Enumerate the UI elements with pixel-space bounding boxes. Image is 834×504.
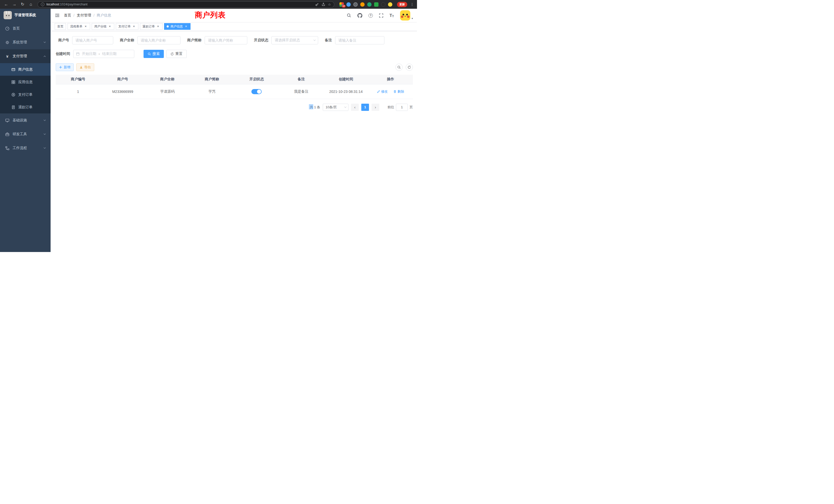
next-page-button[interactable]: › [372,104,379,111]
sidebar-item-merchant-info[interactable]: 商户信息 [0,63,50,76]
browser-extensions: 10 [339,2,392,7]
tab-merchant-info[interactable]: 商户信息× [164,23,191,30]
github-icon[interactable] [357,13,362,18]
search-button[interactable]: 搜索 [144,50,164,58]
refresh-table-button[interactable] [406,64,413,71]
app-logo[interactable]: 芋道管理系统 [0,9,50,22]
extension-face-icon[interactable] [388,2,392,7]
bookmark-star-icon[interactable]: ☆ [328,3,331,6]
close-icon[interactable]: × [108,25,112,28]
extension-monkey-icon[interactable] [381,2,386,7]
breadcrumb-separator: / [73,13,74,18]
user-menu[interactable]: ▾ [400,10,413,21]
sidebar-item-system[interactable]: 系统管理 [0,36,50,49]
flow-icon [5,146,9,151]
filter-label: 商户全称 [120,38,137,43]
tab-refund-order[interactable]: 退款订单× [140,23,162,30]
search-form-row-1: 商户号 商户全称 商户简称 开启状态 请选择开启状态 [56,36,413,44]
extension-check-icon[interactable] [367,2,372,7]
page-button-1[interactable]: 1 [361,104,369,111]
extension-avatar-icon[interactable] [360,2,365,7]
status-toggle[interactable] [251,89,262,94]
grid-icon [11,80,16,84]
avatar[interactable] [400,10,410,21]
filter-full-name: 商户全称 [120,36,180,44]
prev-page-button[interactable]: ‹ [351,104,359,111]
help-icon[interactable]: ? [369,13,373,18]
status-select[interactable]: 请选择开启状态 [271,36,318,44]
toggle-search-button[interactable] [395,64,403,71]
extension-grid-icon[interactable]: 10 [339,2,344,7]
fullscreen-icon[interactable] [379,13,383,18]
menu-label: 研发工具 [13,132,27,137]
key-icon[interactable] [315,3,319,6]
cell-actions: 修改 删除 [368,84,413,99]
breadcrumb: 首页 / 支付管理 / 商户信息 [64,13,111,18]
sidebar-item-devtools[interactable]: 研发工具 [0,127,50,141]
browser-back-icon[interactable]: ← [3,0,10,9]
merchant-no-input[interactable] [72,36,113,44]
close-icon[interactable]: × [184,25,188,28]
start-date-placeholder: 开始日期 [82,51,96,56]
page-size-select[interactable]: 10条/页 [323,104,348,111]
chevron-down-icon [344,106,347,108]
extension-sphere-icon[interactable] [353,2,358,7]
filter-remark: 备注 [325,36,385,44]
sidebar-item-workflow[interactable]: 工作流程 [0,141,50,155]
col-actions: 操作 [368,75,413,84]
sidebar-item-payment[interactable]: ¥ 支付管理 [0,49,50,63]
browser-forward-icon[interactable]: → [11,0,18,9]
sidebar-collapse-icon[interactable] [55,13,60,18]
full-name-input[interactable] [137,36,180,44]
site-info-icon[interactable]: i [41,3,44,6]
filter-label: 商户号 [56,38,72,43]
sidebar-item-pay-order[interactable]: 支付订单 [0,88,50,101]
address-bar[interactable]: i localhost:1024/pay/merchant ☆ [38,1,334,8]
browser-menu-icon[interactable]: ⋮ [410,2,414,6]
breadcrumb-payment[interactable]: 支付管理 [77,13,91,18]
document-icon [11,105,16,109]
short-name-input[interactable] [205,36,247,44]
col-merchant-no: 商户号 [101,75,145,84]
monitor-icon [5,118,9,123]
reset-button[interactable]: 重置 [167,50,187,58]
close-icon[interactable]: × [156,25,160,28]
chevron-down-icon [44,146,46,149]
yen-icon: ¥ [5,54,9,59]
sidebar-item-refund-order[interactable]: 退款订单 [0,101,50,113]
breadcrumb-home[interactable]: 首页 [64,13,71,18]
tab-user-group[interactable]: 用户分组× [92,23,114,30]
edit-link[interactable]: 修改 [377,89,388,94]
browser-home-icon[interactable]: ⌂ [27,0,35,9]
gear-icon [5,40,9,45]
delete-link[interactable]: 删除 [393,89,404,94]
sidebar-item-home[interactable]: 首页 [0,22,50,36]
browser-update-button[interactable]: 更新 [397,2,407,7]
tab-process-form[interactable]: 流程表单× [68,23,90,30]
filter-status: 开启状态 请选择开启状态 [254,36,318,44]
close-icon[interactable]: × [84,25,88,28]
col-status: 开启状态 [235,75,279,84]
chevron-down-icon [44,41,46,43]
menu-label: 工作流程 [13,146,27,151]
remark-input[interactable] [335,36,385,44]
sidebar-item-infra[interactable]: 基础设施 [0,113,50,127]
tab-pay-order[interactable]: 支付订单× [116,23,138,30]
goto-page-input[interactable] [396,104,408,111]
annotation-merchant-list: 商户列表 [195,10,225,20]
export-button[interactable]: 导出 [76,63,94,71]
share-icon[interactable] [322,3,325,6]
add-button[interactable]: 新增 [56,63,74,71]
font-size-icon[interactable]: TT [390,13,394,18]
sidebar-item-app-info[interactable]: 应用信息 [0,76,50,88]
selection-highlight [309,104,313,109]
extension-drop-icon[interactable] [346,2,351,7]
close-icon[interactable]: × [132,25,136,28]
date-range-picker[interactable]: 开始日期 - 结束日期 [73,50,134,58]
browser-reload-icon[interactable]: ↻ [19,0,26,9]
extension-notes-icon[interactable] [374,2,378,7]
refresh-icon [408,65,411,69]
col-full-name: 商户全称 [145,75,190,84]
tab-home[interactable]: 首页 [55,23,66,30]
search-icon[interactable] [347,13,351,18]
